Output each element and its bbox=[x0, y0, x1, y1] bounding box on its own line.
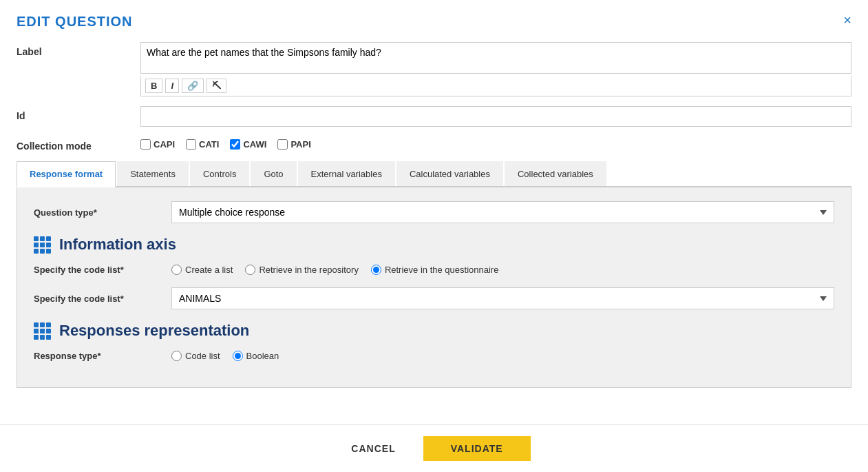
boolean-radio-item: Boolean bbox=[233, 351, 279, 361]
response-type-content: Code list Boolean bbox=[171, 351, 834, 361]
id-field-content: PET bbox=[140, 106, 851, 127]
code-list-response-label: Code list bbox=[185, 351, 220, 361]
question-type-select[interactable]: Multiple choice response Single choice T… bbox=[171, 201, 834, 223]
grid-dot bbox=[46, 329, 51, 334]
create-list-label: Create a list bbox=[185, 265, 233, 275]
dialog-footer: CANCEL VALIDATE bbox=[0, 424, 868, 472]
retrieve-repository-radio-item: Retrieve in the repository bbox=[245, 265, 359, 275]
retrieve-questionnaire-radio[interactable] bbox=[371, 265, 381, 275]
tab-controls[interactable]: Controls bbox=[190, 161, 249, 186]
label-field-label: Label bbox=[17, 42, 140, 57]
italic-button[interactable]: I bbox=[165, 79, 179, 93]
grid-dot bbox=[46, 236, 51, 241]
papi-checkbox-item: PAPI bbox=[277, 139, 310, 150]
id-field-label: Id bbox=[17, 106, 140, 121]
grid-dot bbox=[40, 249, 45, 254]
collection-mode-content: CAPI CATI CAWI PAPI bbox=[140, 136, 851, 150]
label-toolbar: B I 🔗 ⛏ bbox=[140, 76, 851, 96]
grid-dot bbox=[34, 335, 39, 340]
response-type-radio-group: Code list Boolean bbox=[171, 351, 834, 361]
create-list-radio-item: Create a list bbox=[171, 265, 233, 275]
tab-external-variables[interactable]: External variables bbox=[298, 161, 395, 186]
tab-goto[interactable]: Goto bbox=[251, 161, 296, 186]
collection-mode-checkboxes: CAPI CATI CAWI PAPI bbox=[140, 136, 851, 150]
tab-statements[interactable]: Statements bbox=[117, 161, 189, 186]
retrieve-questionnaire-label: Retrieve in the questionnaire bbox=[385, 265, 499, 275]
create-list-radio[interactable] bbox=[171, 265, 182, 275]
cati-label: CATI bbox=[199, 139, 219, 150]
information-axis-title: Information axis bbox=[34, 236, 834, 254]
tab-response-format[interactable]: Response format bbox=[17, 161, 116, 187]
response-type-row: Response type* Code list Boolean bbox=[34, 351, 834, 361]
collection-mode-row: Collection mode CAPI CATI CAWI PAPI bbox=[17, 136, 851, 152]
validate-button[interactable]: VALIDATE bbox=[423, 436, 531, 461]
label-input[interactable]: What are the pet names that the Simpsons… bbox=[140, 42, 851, 74]
boolean-label: Boolean bbox=[246, 351, 279, 361]
grid-dot bbox=[40, 335, 45, 340]
grid-dot bbox=[46, 335, 51, 340]
cawi-checkbox[interactable] bbox=[230, 139, 240, 150]
id-input[interactable]: PET bbox=[140, 106, 851, 127]
cancel-button[interactable]: CANCEL bbox=[337, 436, 409, 461]
cawi-checkbox-item: CAWI bbox=[230, 139, 266, 150]
papi-label: PAPI bbox=[290, 139, 310, 150]
grid-icon-responses bbox=[34, 322, 51, 340]
cati-checkbox[interactable] bbox=[186, 139, 196, 150]
retrieve-repository-label: Retrieve in the repository bbox=[259, 265, 359, 275]
tab-collected-variables[interactable]: Collected variables bbox=[505, 161, 606, 186]
responses-representation-label: Responses representation bbox=[59, 322, 249, 340]
close-button[interactable]: × bbox=[843, 12, 851, 28]
grid-dot bbox=[40, 322, 45, 327]
edit-question-dialog: EDIT QUESTION × Label What are the pet n… bbox=[0, 0, 868, 472]
grid-dot bbox=[46, 322, 51, 327]
retrieve-repository-radio[interactable] bbox=[245, 265, 255, 275]
collection-mode-label: Collection mode bbox=[17, 136, 140, 152]
boolean-radio[interactable] bbox=[233, 351, 243, 361]
specify-code-list-radio-content: Create a list Retrieve in the repository… bbox=[171, 265, 834, 275]
capi-checkbox-item: CAPI bbox=[140, 139, 175, 150]
retrieve-questionnaire-radio-item: Retrieve in the questionnaire bbox=[371, 265, 499, 275]
question-type-label: Question type* bbox=[34, 207, 171, 218]
label-field-content: What are the pet names that the Simpsons… bbox=[140, 42, 851, 96]
tab-calculated-variables[interactable]: Calculated variables bbox=[396, 161, 503, 186]
code-list-response-radio[interactable] bbox=[171, 351, 182, 361]
link-button[interactable]: 🔗 bbox=[182, 79, 204, 93]
code-list-select[interactable]: ANIMALS COLORS COUNTRIES bbox=[171, 287, 834, 309]
grid-dot bbox=[46, 249, 51, 254]
id-field-row: Id PET bbox=[17, 106, 851, 127]
grid-dot bbox=[40, 329, 45, 334]
response-type-label: Response type* bbox=[34, 351, 171, 361]
grid-dot bbox=[40, 236, 45, 241]
specify-code-list-radio-label: Specify the code list* bbox=[34, 265, 171, 275]
specify-code-list-dropdown-label: Specify the code list* bbox=[34, 294, 171, 304]
code-list-radio-group: Create a list Retrieve in the repository… bbox=[171, 265, 834, 275]
bold-button[interactable]: B bbox=[145, 79, 162, 93]
capi-label: CAPI bbox=[154, 139, 175, 150]
grid-dot bbox=[34, 236, 39, 241]
dialog-title: EDIT QUESTION bbox=[17, 14, 851, 30]
grid-dot bbox=[46, 243, 51, 247]
response-format-content: Question type* Multiple choice response … bbox=[17, 187, 851, 388]
question-type-row: Question type* Multiple choice response … bbox=[34, 201, 834, 223]
grid-dot bbox=[34, 249, 39, 254]
grid-dot bbox=[34, 243, 39, 247]
information-axis-label: Information axis bbox=[59, 236, 176, 254]
capi-checkbox[interactable] bbox=[140, 139, 151, 150]
grid-dot bbox=[40, 243, 45, 247]
code-list-radio-item: Code list bbox=[171, 351, 220, 361]
papi-checkbox[interactable] bbox=[277, 139, 288, 150]
tabs-bar: Response format Statements Controls Goto… bbox=[17, 161, 851, 187]
cawi-label: CAWI bbox=[243, 139, 266, 150]
specify-code-list-radio-row: Specify the code list* Create a list Ret… bbox=[34, 265, 834, 275]
cati-checkbox-item: CATI bbox=[186, 139, 219, 150]
question-type-content: Multiple choice response Single choice T… bbox=[171, 201, 834, 223]
label-field-row: Label What are the pet names that the Si… bbox=[17, 42, 851, 96]
unlink-button[interactable]: ⛏ bbox=[207, 79, 226, 93]
grid-icon-information bbox=[34, 236, 51, 254]
grid-dot bbox=[34, 322, 39, 327]
grid-dot bbox=[34, 329, 39, 334]
specify-code-list-dropdown-row: Specify the code list* ANIMALS COLORS CO… bbox=[34, 287, 834, 309]
responses-representation-title: Responses representation bbox=[34, 322, 834, 340]
specify-code-list-dropdown-content: ANIMALS COLORS COUNTRIES bbox=[171, 287, 834, 309]
